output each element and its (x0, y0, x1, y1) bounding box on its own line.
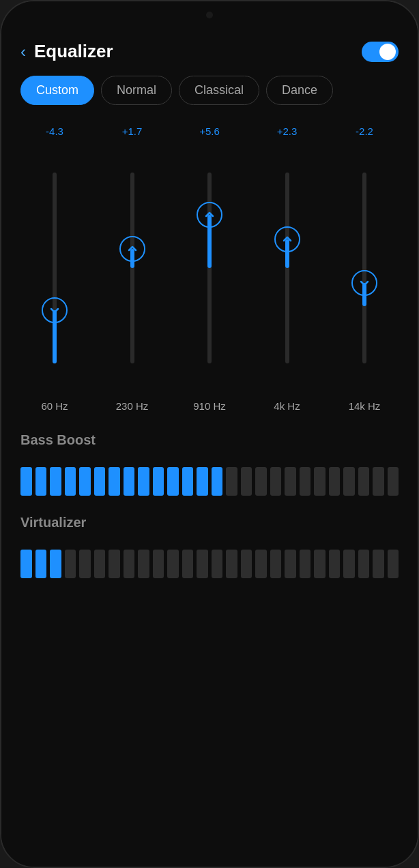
slider-handle[interactable] (197, 202, 222, 228)
slider-handle[interactable] (351, 270, 377, 296)
virtualizer-bar[interactable] (35, 550, 47, 578)
slider-container[interactable] (337, 143, 392, 393)
bass-bar[interactable] (20, 467, 32, 496)
bass-boost-section: Bass Boost (20, 432, 399, 496)
bass-bar[interactable] (373, 467, 384, 496)
slider-track (130, 173, 134, 363)
virtualizer-title: Virtualizer (20, 515, 399, 530)
virtualizer-bar[interactable] (358, 550, 370, 578)
bass-bar[interactable] (109, 467, 120, 496)
slider-track (53, 173, 57, 363)
slider-handle[interactable] (119, 236, 145, 262)
eq-band-14k-Hz: -2.214k Hz (337, 125, 392, 412)
bass-bar[interactable] (153, 467, 164, 496)
preset-btn-normal[interactable]: Normal (101, 76, 172, 105)
eq-freq-label: 230 Hz (116, 400, 149, 412)
eq-value: +2.3 (277, 125, 298, 137)
bass-bar[interactable] (388, 467, 399, 496)
virtualizer-bar[interactable] (373, 550, 384, 578)
bass-boost-bars[interactable] (20, 458, 399, 496)
virtualizer-bar[interactable] (124, 550, 135, 578)
bass-bar[interactable] (124, 467, 135, 496)
virtualizer-bar[interactable] (212, 550, 223, 578)
virtualizer-bar[interactable] (79, 550, 91, 578)
eq-value: -2.2 (356, 125, 373, 137)
bass-bar[interactable] (270, 467, 282, 496)
page-title: Equalizer (34, 41, 113, 62)
slider-container[interactable] (182, 143, 237, 393)
bass-bar[interactable] (285, 467, 296, 496)
header-left: ‹ Equalizer (20, 41, 113, 62)
phone-frame: ‹ Equalizer CustomNormalClassicalDance -… (0, 0, 419, 868)
bass-bar[interactable] (94, 467, 106, 496)
bass-bar[interactable] (167, 467, 179, 496)
virtualizer-section: Virtualizer (20, 515, 399, 578)
virtualizer-bar[interactable] (241, 550, 252, 578)
bass-bar[interactable] (35, 467, 47, 496)
eq-value: +1.7 (122, 125, 143, 137)
screen: ‹ Equalizer CustomNormalClassicalDance -… (1, 29, 418, 867)
bass-bar[interactable] (182, 467, 194, 496)
virtualizer-bar[interactable] (197, 550, 208, 578)
bass-bar[interactable] (241, 467, 252, 496)
virtualizer-bar[interactable] (20, 550, 32, 578)
bass-bar[interactable] (138, 467, 149, 496)
virtualizer-bar[interactable] (343, 550, 355, 578)
bass-bar[interactable] (226, 467, 237, 496)
bass-bar[interactable] (197, 467, 208, 496)
bass-bar[interactable] (329, 467, 341, 496)
virtualizer-bar[interactable] (65, 550, 76, 578)
eq-value: +5.6 (199, 125, 220, 137)
virtualizer-bar[interactable] (50, 550, 61, 578)
virtualizer-bar[interactable] (138, 550, 149, 578)
slider-container[interactable] (105, 143, 160, 393)
virtualizer-bar[interactable] (285, 550, 296, 578)
slider-handle[interactable] (42, 297, 68, 323)
virtualizer-bar[interactable] (255, 550, 267, 578)
equalizer-toggle[interactable] (362, 42, 399, 62)
eq-value: -4.3 (46, 125, 63, 137)
status-bar (1, 1, 418, 29)
slider-container[interactable] (27, 143, 82, 393)
virtualizer-bar[interactable] (94, 550, 106, 578)
virtualizer-bar[interactable] (270, 550, 282, 578)
header: ‹ Equalizer (20, 29, 399, 76)
eq-freq-label: 14k Hz (349, 400, 381, 412)
preset-row: CustomNormalClassicalDance (20, 76, 399, 105)
slider-container[interactable] (260, 143, 315, 393)
bass-bar[interactable] (343, 467, 355, 496)
bass-bar[interactable] (300, 467, 311, 496)
bass-bar[interactable] (255, 467, 267, 496)
bass-bar[interactable] (358, 467, 370, 496)
virtualizer-bar[interactable] (167, 550, 179, 578)
eq-freq-label: 910 Hz (193, 400, 226, 412)
virtualizer-bar[interactable] (182, 550, 194, 578)
slider-track (362, 173, 366, 363)
preset-btn-custom[interactable]: Custom (20, 76, 94, 105)
eq-band-230-Hz: +1.7230 Hz (105, 125, 160, 412)
bass-bar[interactable] (50, 467, 61, 496)
virtualizer-bar[interactable] (388, 550, 399, 578)
eq-freq-label: 4k Hz (274, 400, 300, 412)
virtualizer-bar[interactable] (300, 550, 311, 578)
preset-btn-classical[interactable]: Classical (179, 76, 259, 105)
preset-btn-dance[interactable]: Dance (266, 76, 333, 105)
virtualizer-bar[interactable] (153, 550, 164, 578)
virtualizer-bar[interactable] (109, 550, 120, 578)
bass-bar[interactable] (79, 467, 91, 496)
eq-section: -4.360 Hz+1.7230 Hz+5.6910 Hz+2.34k Hz-2… (20, 125, 399, 412)
eq-band-60-Hz: -4.360 Hz (27, 125, 82, 412)
bass-bar[interactable] (65, 467, 76, 496)
bass-bar[interactable] (314, 467, 326, 496)
virtualizer-bar[interactable] (329, 550, 341, 578)
virtualizer-bars[interactable] (20, 540, 399, 578)
slider-track (207, 173, 212, 363)
virtualizer-bar[interactable] (226, 550, 237, 578)
eq-sliders: -4.360 Hz+1.7230 Hz+5.6910 Hz+2.34k Hz-2… (20, 125, 399, 412)
virtualizer-bar[interactable] (314, 550, 326, 578)
back-button[interactable]: ‹ (20, 42, 26, 61)
eq-band-4k-Hz: +2.34k Hz (260, 125, 315, 412)
bass-bar[interactable] (212, 467, 223, 496)
slider-handle[interactable] (274, 226, 300, 252)
camera-dot (206, 12, 213, 18)
